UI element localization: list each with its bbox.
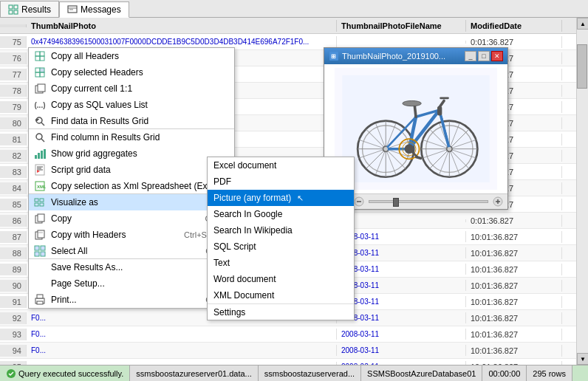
row-num-76: 76 (0, 52, 27, 64)
tab-messages[interactable]: Messages (59, 1, 129, 18)
submenu-excel[interactable]: Excel document (208, 157, 354, 174)
table-row[interactable]: 93 F0... 2008-03-11 10:01:36.827 (0, 326, 588, 343)
menu-copy[interactable]: Copy Ctrl+C (29, 210, 234, 227)
submenu-search-google[interactable]: Search In Google (208, 206, 354, 222)
xml-icon: XML (33, 179, 47, 193)
svg-rect-3 (14, 10, 18, 14)
menu-show-aggregates[interactable]: Show grid aggregates (29, 145, 234, 162)
save-icon (33, 261, 47, 274)
menu-copy-xml[interactable]: XML Copy selection as Xml Spreadsheet (E… (29, 178, 234, 194)
submenu-word[interactable]: Word document (208, 271, 354, 287)
thumbnail-minimize-btn[interactable]: _ (465, 51, 476, 61)
submenu-picture-label: Picture (any format) (213, 193, 291, 203)
svg-rect-25 (38, 153, 40, 159)
menu-select-all[interactable]: Select All Ctrl+A (29, 243, 234, 259)
scroll-down-btn[interactable]: ▼ (577, 353, 588, 365)
zoom-minus-icon[interactable] (354, 196, 364, 207)
menu-copy-xml-label: Copy selection as Xml Spreadsheet (Excel… (51, 181, 222, 191)
table-row[interactable]: 94 F0... 2008-03-11 10:01:36.827 (0, 343, 588, 359)
submenu-text[interactable]: Text (208, 255, 354, 271)
tab-bar: Results Messages (0, 0, 588, 18)
menu-copy-sql[interactable]: (...) Copy as SQL values List (29, 97, 234, 113)
copy-icon (33, 212, 47, 225)
submenu-xml[interactable]: XML Document (208, 287, 354, 303)
menu-script-label: Script grid data (51, 165, 111, 175)
copy-cell-icon (33, 82, 47, 95)
menu-copy-all-headers[interactable]: Copy all Headers (29, 48, 234, 64)
status-database: SSMSBoostAzureDatabase01 (361, 365, 482, 381)
status-ok-icon (6, 368, 16, 379)
status-server2: ssmsboostazuserverad... (259, 365, 361, 381)
menu-copy-selected-headers-label: Copy selected Headers (51, 67, 143, 78)
zoom-plus-icon[interactable] (493, 196, 503, 207)
menu-print[interactable]: Print... Ctrl+P (29, 292, 234, 308)
svg-point-22 (36, 134, 42, 140)
svg-line-91 (414, 105, 416, 117)
table-row[interactable]: 95 0x47494638396150003100F70000E2E3E4EE6… (0, 359, 588, 365)
row-num-75: 75 (0, 36, 27, 48)
submenu-search-wikipedia[interactable]: Search In Wikipedia (208, 222, 354, 238)
status-rows-text: 295 rows (533, 369, 566, 378)
svg-rect-1 (14, 5, 18, 9)
col-header-modified: ModifiedDate (466, 20, 562, 32)
menu-page-setup[interactable]: Page Setup... (29, 275, 234, 292)
menu-copy-current-cell[interactable]: Copy current cell 1:1 (29, 80, 234, 97)
svg-rect-38 (40, 203, 44, 206)
copy-sql-icon: (...) (33, 98, 47, 111)
svg-text:XML: XML (37, 185, 46, 189)
menu-find-data[interactable]: Find data in Results Grid (29, 113, 234, 129)
submenu-pdf[interactable]: PDF (208, 174, 354, 190)
menu-visualize-as[interactable]: Visualize as ▶ (29, 194, 234, 210)
menu-page-setup-label: Page Setup... (51, 278, 105, 289)
svg-rect-42 (38, 230, 44, 238)
svg-rect-24 (35, 155, 37, 159)
select-all-icon (33, 244, 47, 258)
scroll-track[interactable] (577, 30, 588, 353)
svg-point-94 (448, 147, 451, 151)
thumbnail-title: ThumbNailPhoto_2019100... (342, 52, 463, 61)
menu-copy-headers[interactable]: Copy with Headers Ctrl+Shift+C (29, 227, 234, 243)
status-time: 00:00:00 (482, 365, 527, 381)
tab-messages-label: Messages (81, 4, 121, 15)
menu-script-grid[interactable]: Script grid data (29, 162, 234, 178)
tab-results[interactable]: Results (0, 1, 59, 17)
svg-rect-19 (35, 120, 38, 120)
svg-rect-35 (35, 199, 38, 202)
submenu-picture[interactable]: Picture (any format) ↖ (208, 190, 354, 206)
submenu-settings[interactable]: Settings (208, 303, 354, 320)
visualize-submenu: Excel document PDF Picture (any format) … (207, 157, 355, 320)
zoom-slider-thumb[interactable] (393, 198, 399, 207)
menu-find-column[interactable]: Find column in Results Grid (29, 129, 234, 145)
thumbnail-maximize-btn[interactable]: □ (478, 51, 490, 61)
svg-rect-2 (9, 10, 13, 14)
scroll-up-btn[interactable]: ▲ (577, 18, 588, 30)
col-header-thumb: ThumbNailPhoto (27, 20, 337, 32)
svg-rect-8 (40, 52, 44, 56)
copy-selected-headers-icon (33, 66, 47, 79)
svg-rect-20 (35, 119, 39, 120)
menu-save-results[interactable]: Save Results As... (29, 259, 234, 275)
svg-rect-12 (40, 68, 44, 72)
svg-line-23 (41, 139, 44, 142)
thumbnail-titlebar: ⊞ ThumbNailPhoto_2019100... _ □ ✕ (324, 48, 507, 64)
aggregates-icon (33, 147, 47, 160)
svg-rect-26 (41, 151, 43, 159)
print-icon (33, 293, 47, 306)
menu-find-column-label: Find column in Results Grid (51, 132, 160, 143)
svg-rect-0 (9, 5, 13, 9)
menu-visualize-label: Visualize as (51, 197, 98, 207)
menu-select-all-label: Select All (51, 246, 87, 256)
col-header-filename: ThumbnailPhotoFileName (337, 20, 466, 32)
scroll-thumb[interactable] (577, 44, 587, 89)
svg-rect-9 (35, 56, 40, 61)
thumb-title-icon: ⊞ (329, 51, 339, 61)
thumbnail-close-btn[interactable]: ✕ (491, 51, 503, 61)
message-icon (67, 4, 78, 15)
submenu-sql[interactable]: SQL Script (208, 238, 354, 255)
submenu-word-label: Word document (213, 274, 276, 284)
status-time-text: 00:00:00 (488, 369, 520, 378)
svg-rect-36 (40, 199, 44, 202)
zoom-slider[interactable] (369, 200, 488, 203)
vertical-scrollbar[interactable]: ▲ ▼ (576, 18, 588, 365)
menu-copy-selected-headers[interactable]: Copy selected Headers (29, 64, 234, 80)
